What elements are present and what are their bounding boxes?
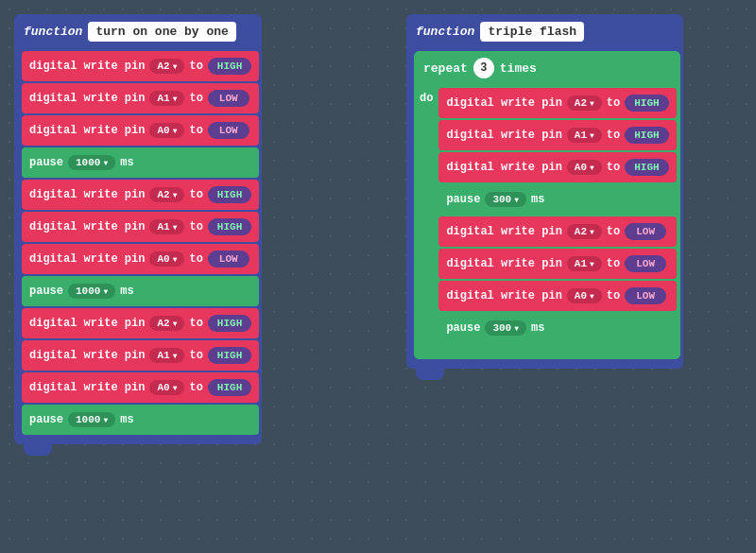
pin-a1-dropdown[interactable]: A1	[567, 128, 602, 143]
value-high[interactable]: HIGH	[208, 186, 251, 203]
dw-row: digital write pin A1 to LOW	[438, 249, 676, 279]
dw-row: digital write pin A2 to HIGH	[22, 51, 259, 81]
value-low[interactable]: LOW	[208, 122, 249, 139]
pause-label: pause	[29, 413, 63, 426]
dw-label: digital write pin	[446, 225, 561, 238]
value-low[interactable]: LOW	[208, 90, 249, 107]
pin-a0-dropdown[interactable]: A0	[567, 160, 602, 175]
pause-300-dropdown[interactable]: 300	[485, 192, 526, 207]
dw-label: digital write pin	[29, 188, 145, 201]
value-high[interactable]: HIGH	[208, 379, 251, 396]
value-high[interactable]: HIGH	[625, 159, 668, 176]
pin-a2-dropdown[interactable]: A2	[149, 187, 184, 202]
dw-row: digital write pin A2 to LOW	[438, 216, 676, 247]
dw-label: digital write pin	[446, 161, 561, 174]
value-low[interactable]: LOW	[625, 255, 666, 272]
pin-a0-dropdown[interactable]: A0	[149, 123, 184, 138]
repeat-count[interactable]: 3	[473, 58, 494, 78]
to-label: to	[189, 60, 202, 73]
dw-label: digital write pin	[29, 252, 145, 266]
dw-row: digital write pin A0 to LOW	[438, 281, 676, 311]
fn1-body: digital write pin A2 to HIGH digital wri…	[14, 48, 262, 444]
pause-300-dropdown[interactable]: 300	[485, 320, 526, 336]
pause-1000-dropdown[interactable]: 1000	[68, 284, 115, 299]
value-high[interactable]: HIGH	[208, 347, 251, 364]
pin-a1-dropdown[interactable]: A1	[149, 219, 184, 234]
dw-label: digital write pin	[29, 220, 145, 233]
dw-label: digital write pin	[446, 289, 561, 302]
to-label: to	[607, 129, 620, 142]
pause-1000-dropdown[interactable]: 1000	[68, 155, 115, 170]
pause-label: pause	[29, 156, 63, 169]
repeat-do-container: do digital write pin A2 to HIGH digital …	[414, 85, 680, 346]
ms-label: ms	[531, 321, 544, 335]
dw-row: digital write pin A2 to HIGH	[22, 308, 259, 338]
fn2-body: repeat 3 times do digital write pin A2 t…	[406, 48, 683, 369]
pin-a2-dropdown[interactable]: A2	[567, 95, 602, 111]
fn1-keyword: function	[24, 25, 82, 39]
value-high[interactable]: HIGH	[208, 58, 251, 75]
dw-label: digital write pin	[29, 349, 145, 362]
pin-a0-dropdown[interactable]: A0	[149, 380, 184, 395]
fn1-name[interactable]: turn on one by one	[88, 22, 235, 42]
dw-row: digital write pin A0 to LOW	[22, 115, 259, 146]
ms-label: ms	[120, 413, 133, 426]
pause-label: pause	[446, 193, 480, 206]
to-label: to	[607, 289, 620, 302]
value-low[interactable]: LOW	[625, 223, 666, 240]
workspace: function turn on one by one digital writ…	[0, 0, 756, 553]
value-low[interactable]: LOW	[625, 287, 666, 304]
function-block-1: function turn on one by one digital writ…	[14, 14, 262, 456]
to-label: to	[607, 225, 620, 238]
dw-row: digital write pin A0 to HIGH	[22, 372, 259, 403]
fn2-footer	[416, 369, 444, 380]
pause-label: pause	[29, 285, 63, 298]
repeat-label: repeat	[423, 61, 468, 76]
fn2-name[interactable]: triple flash	[480, 22, 584, 42]
pause-row: pause 1000 ms	[22, 405, 259, 435]
value-high[interactable]: HIGH	[625, 127, 668, 144]
times-label: times	[500, 61, 537, 76]
value-low[interactable]: LOW	[208, 251, 249, 268]
repeat-inner: digital write pin A2 to HIGH digital wri…	[438, 85, 679, 346]
dw-label: digital write pin	[29, 92, 145, 105]
dw-row: digital write pin A1 to HIGH	[438, 120, 676, 150]
pin-a2-dropdown[interactable]: A2	[149, 59, 184, 74]
value-high[interactable]: HIGH	[208, 315, 251, 332]
to-label: to	[607, 161, 620, 174]
pin-a1-dropdown[interactable]: A1	[567, 256, 602, 271]
dw-row: digital write pin A0 to LOW	[22, 244, 259, 274]
dw-label: digital write pin	[29, 124, 145, 137]
pause-label: pause	[446, 321, 480, 335]
value-high[interactable]: HIGH	[208, 218, 251, 235]
pin-a0-dropdown[interactable]: A0	[567, 288, 602, 303]
to-label: to	[189, 317, 202, 330]
pin-a1-dropdown[interactable]: A1	[149, 348, 184, 363]
dw-row: digital write pin A1 to HIGH	[22, 340, 259, 371]
to-label: to	[189, 92, 202, 105]
to-label: to	[189, 188, 202, 201]
dw-row: digital write pin A2 to HIGH	[22, 180, 259, 210]
pin-a2-dropdown[interactable]: A2	[149, 316, 184, 331]
repeat-footer	[414, 346, 680, 359]
dw-label: digital write pin	[29, 381, 145, 394]
value-high[interactable]: HIGH	[625, 95, 668, 112]
dw-label: digital write pin	[446, 129, 561, 142]
do-label: do	[420, 92, 433, 105]
pause-1000-dropdown[interactable]: 1000	[68, 412, 115, 427]
do-label-col: do	[414, 85, 438, 346]
pause-row: pause 1000 ms	[22, 147, 259, 178]
pin-a1-dropdown[interactable]: A1	[149, 91, 184, 106]
to-label: to	[607, 96, 620, 110]
pin-a2-dropdown[interactable]: A2	[567, 224, 602, 239]
dw-label: digital write pin	[446, 96, 561, 110]
to-label: to	[189, 381, 202, 394]
to-label: to	[607, 257, 620, 270]
repeat-header: repeat 3 times	[414, 51, 680, 85]
fn2-header: function triple flash	[406, 14, 683, 48]
dw-row: digital write pin A1 to LOW	[22, 83, 259, 113]
to-label: to	[189, 349, 202, 362]
pin-a0-dropdown[interactable]: A0	[149, 251, 184, 267]
ms-label: ms	[120, 156, 133, 169]
dw-label: digital write pin	[29, 317, 145, 330]
